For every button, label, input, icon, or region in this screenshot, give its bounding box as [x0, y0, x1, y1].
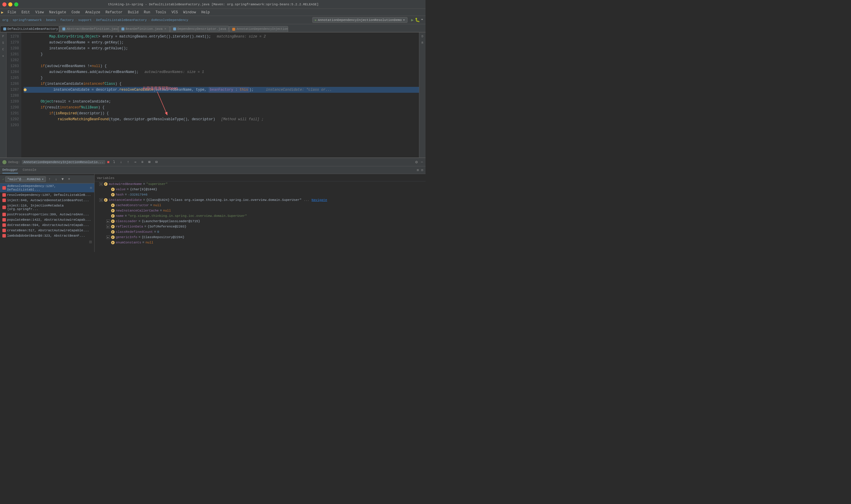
settings-icon[interactable]: ⚙ — [415, 160, 418, 165]
frames-button[interactable]: ⊞ — [147, 160, 152, 165]
panel-icon-2[interactable]: ⊟ — [421, 168, 423, 172]
maximize-button[interactable] — [14, 2, 18, 6]
step-into-button[interactable]: ↓ — [119, 160, 124, 165]
tab-abstract-bean[interactable]: AbstractBeanDefinition.java × — [59, 26, 118, 32]
var-enum-constants[interactable]: ▶ F enumConstants = null — [94, 240, 426, 245]
var-hash[interactable]: ▶ F hash = -332817946 — [94, 192, 426, 197]
nav-org[interactable]: org — [2, 18, 8, 22]
menu-item-file[interactable]: File — [5, 10, 19, 15]
menu-item-view[interactable]: View — [33, 10, 46, 15]
menu-item-navigate[interactable]: Navigate — [47, 10, 69, 15]
java-file-icon — [173, 28, 176, 31]
menu-item-help[interactable]: Help — [199, 10, 212, 15]
var-class-redefined[interactable]: ▶ F classRedefinedCount = 0 — [94, 229, 426, 235]
expand-icon[interactable]: ▶ — [106, 225, 110, 228]
debug-session-name[interactable]: AnnotationDependencyInjectionResolutio..… — [22, 160, 106, 164]
frame-add-button[interactable]: + — [67, 177, 72, 182]
database-icon[interactable]: D — [420, 34, 425, 39]
var-value[interactable]: ▶ F value = {char[9]@1848} — [94, 187, 426, 192]
frame-item-0[interactable]: doResolveDependency:1287, DefaultListabl… — [0, 183, 94, 192]
menu-item-build[interactable]: Build — [126, 10, 141, 15]
code-line-1286: if (instanceCandidate instanceof Class )… — [24, 81, 419, 87]
line-numbers: 1278 1279 1280 1281 1282 1283 1284 1285 … — [6, 33, 21, 158]
nav-beans[interactable]: beans — [46, 18, 56, 22]
var-autowired-bean-name[interactable]: ▼ F autowiredBeanName = "superUser" — [94, 181, 426, 187]
frame-item-7[interactable]: createBean:517, AbstractAutowireCapable.… — [0, 228, 94, 233]
debug-run-button[interactable]: 🐛 — [415, 17, 420, 22]
debug-content: ✓ "main"@...RUNNING ▾ ↑ ↓ ▼ + doResolv — [0, 174, 426, 252]
frame-up-button[interactable]: ↑ — [47, 177, 52, 182]
restful-icon[interactable]: R — [420, 40, 425, 46]
nav-default-listable[interactable]: DefaultListableBeanFactory — [96, 18, 147, 22]
expand-icon[interactable]: ▶ — [106, 235, 110, 239]
more-frames-icon[interactable]: ⊞ — [89, 239, 92, 245]
frame-item-5[interactable]: populateBean:1422, AbstractAutowireCapab… — [0, 217, 94, 222]
menu-item-code[interactable]: Code — [69, 10, 83, 15]
java-file-icon — [3, 28, 6, 31]
thread-dropdown[interactable]: "main"@...RUNNING ▾ — [5, 176, 46, 182]
coverage-button[interactable]: ☂ — [421, 17, 423, 22]
tab-console[interactable]: Console — [23, 167, 36, 174]
panel-icon-1[interactable]: ⊞ — [417, 168, 419, 172]
var-reflection-data[interactable]: ▶ F reflectionData = {SoftReference@2203… — [94, 224, 426, 229]
expand-icon[interactable]: ▶ — [106, 219, 110, 223]
menu-item-window[interactable]: Window — [181, 10, 198, 15]
expand-icon[interactable]: ▼ — [99, 182, 103, 186]
menu-item-refactor[interactable]: Refactor — [103, 10, 125, 15]
nav-factory[interactable]: factory — [60, 18, 74, 22]
frame-item-2[interactable]: inject:640, AutowiredAnnotationBeanPost.… — [0, 198, 94, 203]
chevron-down-icon: ▾ — [403, 18, 405, 22]
frame-icon — [2, 213, 6, 216]
expand-icon[interactable]: ▼ — [99, 198, 103, 202]
frame-item-6[interactable]: doCreateBean:594, AbstractAutowireCapab.… — [0, 222, 94, 228]
var-class-loader[interactable]: ▶ F classLoader = {Launcher$AppClassLoad… — [94, 219, 426, 224]
close-button[interactable] — [2, 2, 6, 6]
menu-item-analyze[interactable]: Analyze — [83, 10, 103, 15]
run-to-cursor-button[interactable]: ⇒ — [133, 160, 138, 165]
code-editor[interactable]: 1278 1279 1280 1281 1282 1283 1284 1285 … — [6, 33, 419, 158]
var-instance-candidate[interactable]: ▼ F instanceCandidate = {Class@1824} "cl… — [94, 197, 426, 203]
debug-label: Debug: — [8, 160, 20, 164]
tab-annotation-demo[interactable]: AnnotationDependencyInjectionResolutionD… — [229, 26, 288, 32]
threads-button[interactable]: ⊟ — [154, 160, 159, 165]
minimize-button[interactable] — [8, 2, 13, 6]
commit-icon[interactable]: C — [1, 47, 6, 52]
tab-bean-definition[interactable]: BeanDefinition.java × — [118, 26, 170, 32]
frame-filter-button[interactable]: ▼ — [60, 177, 65, 182]
tab-close-icon[interactable]: × — [164, 28, 167, 31]
frame-down-button[interactable]: ↓ — [53, 177, 59, 182]
window-title: thinking-in-spring - DefaultListableBean… — [18, 3, 409, 6]
step-out-button[interactable]: ↑ — [126, 160, 131, 165]
frame-item-3[interactable]: inject:116, InjectionMetadata {org.sprin… — [0, 203, 94, 212]
nav-do-resolve[interactable]: doResolveDependency — [151, 18, 188, 22]
var-name[interactable]: ▶ F name = "org.xiaoge.thinking.in.sprin… — [94, 213, 426, 219]
run-button[interactable]: ▶ — [411, 17, 413, 22]
stop-icon[interactable]: ■ — [107, 160, 109, 165]
minimize-panel-icon[interactable]: − — [421, 160, 423, 165]
structure-icon[interactable]: S — [1, 40, 6, 46]
var-new-instance-caller[interactable]: ▶ F newInstanceCallerCache = null — [94, 208, 426, 213]
nav-springframework[interactable]: springframework — [13, 18, 42, 22]
frame-item-1[interactable]: resolveDependency:1207, DefaultListableB… — [0, 192, 94, 198]
tab-default-listable[interactable]: DefaultListableBeanFactory.java × — [0, 26, 59, 33]
debug-resume-icon[interactable] — [2, 160, 6, 164]
code-line-1283: if (autowiredBeanNames != null ) { — [24, 63, 419, 69]
project-icon[interactable]: P — [1, 34, 6, 39]
frames-filter-bar: ✓ "main"@...RUNNING ▾ ↑ ↓ ▼ + — [0, 175, 94, 183]
favorites-icon[interactable]: ★ — [1, 53, 6, 58]
navigate-link[interactable]: Navigate — [311, 198, 327, 202]
var-generic-info[interactable]: ▶ F genericInfo = {ClassRepository@2204} — [94, 235, 426, 240]
nav-support[interactable]: support — [78, 18, 92, 22]
tab-debugger[interactable]: Debugger — [2, 167, 18, 174]
evaluate-button[interactable]: ≡ — [140, 160, 145, 165]
run-config-dropdown[interactable]: ▶ AnnotationDependencyInjectionResolutio… — [312, 17, 408, 23]
frame-item-4[interactable]: postProcessProperties:399, AutowiredAnn.… — [0, 212, 94, 217]
menu-item-run[interactable]: Run — [142, 10, 153, 15]
menu-item-vcs[interactable]: VCS — [169, 10, 180, 15]
menu-item-edit[interactable]: Edit — [19, 10, 33, 15]
step-over-button[interactable]: ⤵ — [111, 160, 117, 165]
frame-item-8[interactable]: lambda$doGetBean$0:323, AbstractBeanF... — [0, 233, 94, 238]
tab-dependency-descriptor[interactable]: DependencyDescriptor.java × — [170, 26, 229, 32]
menu-item-tools[interactable]: Tools — [153, 10, 168, 15]
var-cached-constructor[interactable]: ▶ F cachedConstructor = null — [94, 203, 426, 208]
